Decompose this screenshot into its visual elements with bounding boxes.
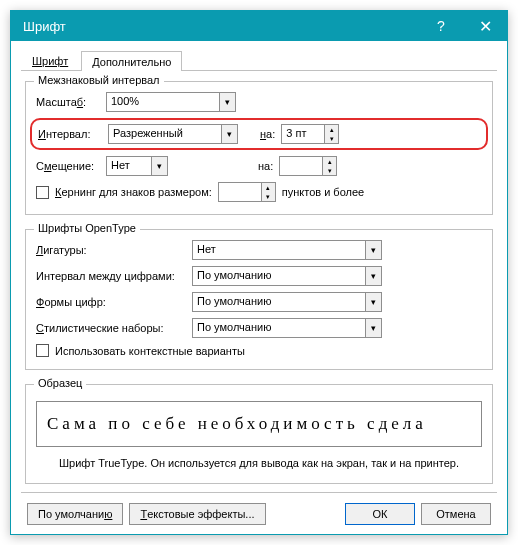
window-title: Шрифт (23, 19, 66, 34)
interval-combo[interactable]: Разреженный ▾ (108, 124, 238, 144)
tabs: Шрифт Дополнительно (21, 47, 497, 71)
close-icon: ✕ (479, 17, 492, 36)
kerning-checkbox[interactable]: Кернинг для знаков размером: (36, 186, 212, 199)
interval-label: Интервал: (38, 128, 102, 140)
chevron-down-icon: ▾ (151, 157, 167, 175)
cancel-button[interactable]: Отмена (421, 503, 491, 525)
spinner-buttons[interactable]: ▴▾ (324, 125, 338, 143)
ligatures-combo[interactable]: Нет ▾ (192, 240, 382, 260)
num-forms-combo[interactable]: По умолчанию ▾ (192, 292, 382, 312)
close-button[interactable]: ✕ (463, 11, 507, 41)
offset-at-spinner[interactable]: ▴▾ (279, 156, 337, 176)
offset-combo[interactable]: Нет ▾ (106, 156, 168, 176)
spinner-buttons[interactable]: ▴▾ (322, 157, 336, 175)
titlebar: Шрифт ? ✕ (11, 11, 507, 41)
group-sample-title: Образец (34, 377, 86, 389)
checkbox-box (36, 186, 49, 199)
default-button[interactable]: По умолчанию (27, 503, 123, 525)
contextual-checkbox[interactable]: Использовать контекстные варианты (36, 344, 245, 357)
chevron-down-icon: ▾ (365, 241, 381, 259)
kerning-label: Кернинг для знаков размером: (55, 186, 212, 198)
group-spacing: Межзнаковый интервал Масштаб: 100% ▾ Инт… (25, 81, 493, 215)
chevron-down-icon: ▾ (365, 293, 381, 311)
num-spacing-label: Интервал между цифрами: (36, 270, 186, 282)
ok-button[interactable]: ОК (345, 503, 415, 525)
text-effects-button[interactable]: Текстовые эффекты... (129, 503, 265, 525)
contextual-label: Использовать контекстные варианты (55, 345, 245, 357)
chevron-down-icon: ▾ (219, 93, 235, 111)
chevron-down-icon: ▾ (365, 319, 381, 337)
kerning-suffix: пунктов и более (282, 186, 364, 198)
num-spacing-combo[interactable]: По умолчанию ▾ (192, 266, 382, 286)
scale-combo[interactable]: 100% ▾ (106, 92, 236, 112)
group-spacing-title: Межзнаковый интервал (34, 74, 164, 86)
offset-at-label: на: (258, 160, 273, 172)
chevron-down-icon: ▾ (221, 125, 237, 143)
font-dialog: Шрифт ? ✕ Шрифт Дополнительно Межзнаковы… (10, 10, 508, 535)
tab-advanced[interactable]: Дополнительно (81, 51, 182, 71)
offset-label: Смещение: (36, 160, 100, 172)
tab-font[interactable]: Шрифт (21, 50, 79, 70)
spinner-buttons[interactable]: ▴▾ (261, 183, 275, 201)
group-opentype-title: Шрифты OpenType (34, 222, 140, 234)
scale-label: Масштаб: (36, 96, 100, 108)
interval-at-label: на: (260, 128, 275, 140)
ligatures-label: Лигатуры: (36, 244, 186, 256)
help-button[interactable]: ? (419, 11, 463, 41)
stylistic-label: Стилистические наборы: (36, 322, 186, 334)
chevron-down-icon: ▾ (365, 267, 381, 285)
dialog-body: Шрифт Дополнительно Межзнаковый интервал… (11, 41, 507, 535)
interval-row-highlight: Интервал: Разреженный ▾ на: 3 пт ▴▾ (30, 118, 488, 150)
group-opentype: Шрифты OpenType Лигатуры: Нет ▾ Интервал… (25, 229, 493, 370)
sample-preview: Сама по себе необходимость сдела (36, 401, 482, 447)
sample-text: Сама по себе необходимость сдела (47, 414, 427, 434)
num-forms-label: Формы цифр: (36, 296, 186, 308)
checkbox-box (36, 344, 49, 357)
stylistic-combo[interactable]: По умолчанию ▾ (192, 318, 382, 338)
kerning-spinner[interactable]: ▴▾ (218, 182, 276, 202)
group-sample: Образец Сама по себе необходимость сдела… (25, 384, 493, 484)
button-bar: По умолчанию Текстовые эффекты... ОК Отм… (21, 492, 497, 525)
sample-description: Шрифт TrueType. Он используется для выво… (36, 455, 482, 471)
interval-at-spinner[interactable]: 3 пт ▴▾ (281, 124, 339, 144)
